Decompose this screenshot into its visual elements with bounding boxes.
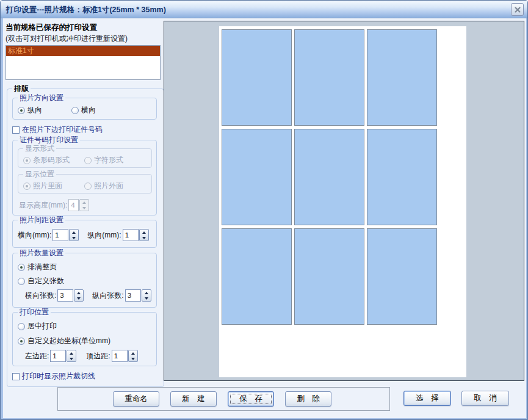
orientation-group: 照片方向设置 纵向 横向 bbox=[12, 98, 157, 120]
display-position-group: 显示位置 照片里面 照片外面 bbox=[18, 174, 152, 194]
radio-portrait[interactable]: 纵向 bbox=[18, 105, 71, 115]
checkbox-print-id-number[interactable]: 在照片下边打印证件号码 bbox=[12, 125, 103, 135]
arrow-up-icon bbox=[145, 292, 148, 294]
spin-up-button[interactable] bbox=[67, 350, 76, 356]
checkbox-icon bbox=[12, 373, 20, 380]
spin-up-button[interactable] bbox=[74, 290, 83, 295]
top-margin-input[interactable]: 1 bbox=[112, 350, 128, 362]
radio-landscape[interactable]: 横向 bbox=[71, 105, 96, 115]
spin-down-button[interactable] bbox=[67, 356, 76, 361]
arrow-down-icon bbox=[72, 237, 76, 239]
radio-fill-page-label: 排满整页 bbox=[27, 262, 57, 272]
new-button[interactable]: 新 建 bbox=[170, 391, 217, 407]
left-margin-label: 左边距: bbox=[25, 351, 49, 361]
center-print-row: 居中打印 bbox=[18, 321, 151, 331]
h-spacing-spin-buttons bbox=[69, 229, 79, 241]
arrow-down-icon bbox=[70, 358, 73, 360]
custom-origin-row: 自定义起始坐标(单位mm) bbox=[18, 336, 151, 346]
select-button[interactable]: 选 择 bbox=[403, 391, 451, 406]
left-margin-input[interactable]: 1 bbox=[50, 350, 66, 362]
v-spacing-spinner: 1 bbox=[123, 229, 149, 241]
saved-settings-heading: 当前规格已保存的打印设置 bbox=[5, 23, 162, 33]
v-count-input[interactable]: 3 bbox=[125, 289, 141, 302]
preview-page bbox=[219, 26, 466, 377]
arrow-up-icon bbox=[82, 201, 86, 204]
save-button[interactable]: 保 存 bbox=[228, 391, 274, 407]
photo-spacing-caption: 照片间距设置 bbox=[18, 215, 65, 224]
arrow-down-icon bbox=[145, 297, 148, 300]
radio-button-icon bbox=[18, 264, 25, 271]
spin-up-button[interactable] bbox=[70, 230, 78, 235]
v-count-label: 纵向张数: bbox=[92, 291, 123, 301]
layout-group-caption: 排版 bbox=[12, 84, 31, 93]
radio-fill-page[interactable]: 排满整页 bbox=[18, 262, 57, 272]
radio-custom-count[interactable]: 自定义张数 bbox=[18, 276, 64, 286]
photo-quantity-group: 照片数量设置 排满整页 自定义张数 横向张数: bbox=[12, 253, 157, 308]
list-item[interactable]: 标准1寸 bbox=[6, 46, 160, 56]
checkbox-crop-lines[interactable]: 打印时显示照片裁切线 bbox=[12, 371, 95, 382]
h-count-spinner: 3 bbox=[57, 289, 84, 302]
radio-outside-photo: 照片外面 bbox=[84, 181, 123, 191]
spin-down-button[interactable] bbox=[142, 295, 151, 301]
display-form-group: 显示形式 条形码形式 字符形式 bbox=[18, 148, 152, 168]
spin-up-button[interactable] bbox=[140, 230, 148, 235]
radio-inside-label: 照片里面 bbox=[33, 181, 62, 191]
title-bar[interactable]: 打印设置---照片规格：标准1寸(25mm * 35mm) bbox=[1, 1, 527, 18]
radio-landscape-label: 横向 bbox=[81, 105, 96, 115]
photo-cell bbox=[222, 129, 292, 225]
radio-center-print[interactable]: 居中打印 bbox=[18, 321, 57, 331]
radio-barcode-form: 条形码形式 bbox=[23, 155, 84, 165]
h-spacing-spinner: 1 bbox=[52, 229, 79, 241]
close-button[interactable] bbox=[511, 3, 524, 16]
top-margin-spinner: 1 bbox=[112, 350, 138, 362]
saved-settings-list[interactable]: 标准1寸 bbox=[5, 45, 161, 80]
radio-custom-origin-label: 自定义起始坐标(单位mm) bbox=[27, 336, 110, 346]
arrow-up-icon bbox=[72, 231, 76, 234]
spin-down-button[interactable] bbox=[74, 295, 83, 301]
radio-button-icon bbox=[18, 278, 25, 285]
arrow-down-icon bbox=[82, 207, 86, 209]
h-count-input[interactable]: 3 bbox=[57, 289, 73, 302]
radio-button-icon bbox=[23, 183, 31, 190]
dialog-body: 当前规格已保存的打印设置 (双击可对打印机或冲印进行重新设置) 标准1寸 排版 … bbox=[3, 18, 526, 418]
arrow-down-icon bbox=[142, 237, 146, 239]
v-spacing-input[interactable]: 1 bbox=[123, 229, 139, 241]
h-spacing-input[interactable]: 1 bbox=[52, 229, 68, 241]
spin-down-button[interactable] bbox=[70, 235, 78, 241]
orientation-options: 纵向 横向 bbox=[18, 105, 151, 115]
photo-cell bbox=[222, 228, 292, 325]
print-position-caption: 打印位置 bbox=[18, 308, 51, 316]
display-height-label: 显示高度(mm): bbox=[19, 200, 67, 211]
display-height-spin-buttons bbox=[79, 199, 89, 211]
rename-button[interactable]: 重命名 bbox=[113, 391, 159, 407]
radio-barcode-label: 条形码形式 bbox=[33, 155, 70, 165]
settings-panel: 当前规格已保存的打印设置 (双击可对打印机或冲印进行重新设置) 标准1寸 排版 … bbox=[4, 21, 162, 387]
spin-down-button[interactable] bbox=[140, 235, 148, 241]
spin-up-button bbox=[80, 200, 89, 205]
window-title: 打印设置---照片规格：标准1寸(25mm * 35mm) bbox=[6, 5, 166, 15]
photo-cell bbox=[294, 228, 364, 325]
radio-button-icon bbox=[84, 183, 92, 190]
photo-quantity-caption: 照片数量设置 bbox=[18, 248, 65, 257]
arrow-down-icon bbox=[77, 297, 81, 300]
cancel-button[interactable]: 取 消 bbox=[461, 391, 509, 406]
spin-up-button[interactable] bbox=[129, 350, 137, 356]
spin-up-button[interactable] bbox=[142, 290, 151, 295]
spin-down-button[interactable] bbox=[129, 356, 137, 361]
checkbox-print-id-label: 在照片下边打印证件号码 bbox=[22, 125, 103, 135]
photo-cell bbox=[294, 29, 364, 126]
v-spacing-label: 纵向(mm): bbox=[87, 230, 121, 241]
radio-inside-photo: 照片里面 bbox=[23, 181, 84, 191]
delete-button[interactable]: 删 除 bbox=[285, 391, 331, 407]
radio-custom-origin[interactable]: 自定义起始坐标(单位mm) bbox=[18, 336, 110, 346]
manage-buttons-panel: 重命名 新 建 保 存 删 除 bbox=[57, 387, 390, 411]
photo-cell bbox=[367, 129, 437, 225]
saved-settings-note: (双击可对打印机或冲印进行重新设置) bbox=[5, 34, 162, 44]
radio-custom-count-label: 自定义张数 bbox=[27, 276, 64, 286]
top-margin-label: 顶边距: bbox=[86, 351, 110, 361]
layout-group: 排版 照片方向设置 纵向 横向 bbox=[7, 89, 164, 387]
photo-cell bbox=[367, 228, 437, 325]
id-settings-caption: 证件号码打印设置 bbox=[18, 136, 80, 144]
display-height-input: 4 bbox=[68, 199, 79, 211]
display-form-caption: 显示形式 bbox=[23, 144, 56, 153]
